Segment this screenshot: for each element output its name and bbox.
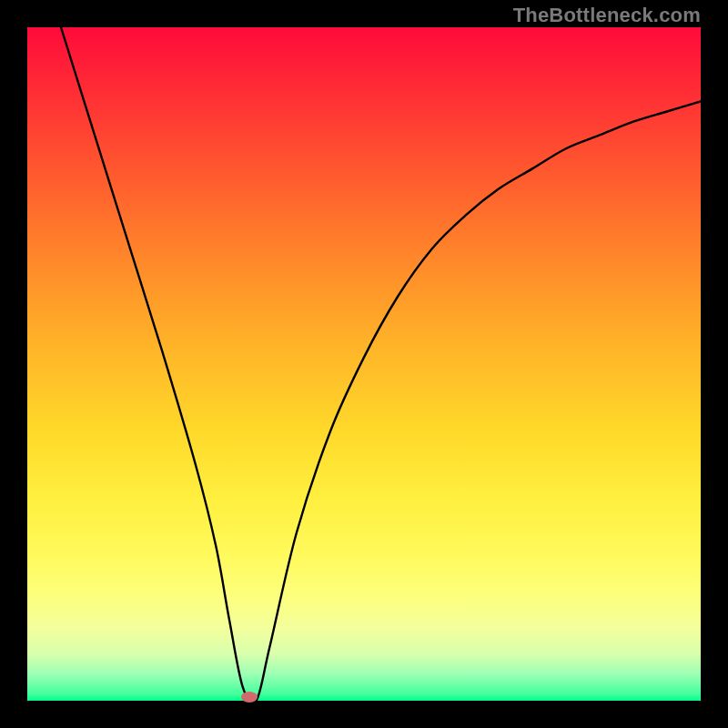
bottleneck-curve [27,27,701,701]
watermark-text: TheBottleneck.com [513,4,701,27]
plot-area [27,27,701,701]
min-marker-icon [241,692,258,703]
chart-frame: TheBottleneck.com [0,0,728,728]
